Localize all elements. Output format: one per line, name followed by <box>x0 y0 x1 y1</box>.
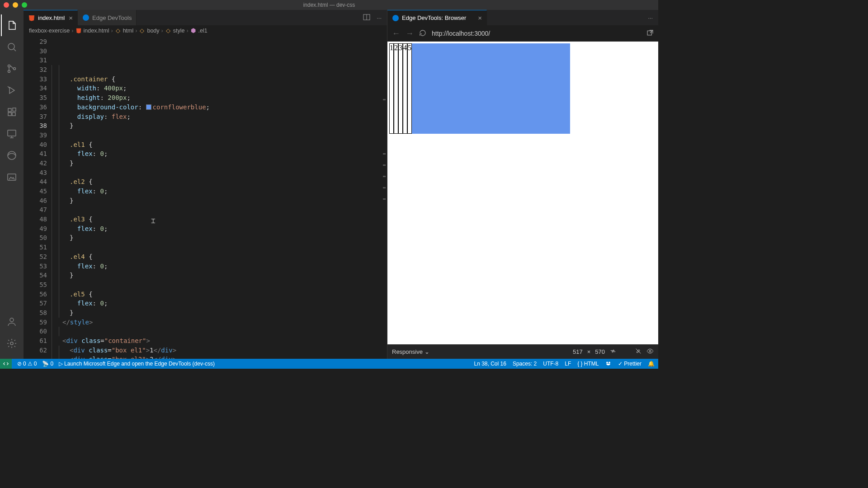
svg-point-18 <box>606 361 608 363</box>
breadcrumb-item[interactable]: body <box>147 28 159 34</box>
broadcast-icon: 📡 <box>42 361 49 367</box>
chevron-right-icon: › <box>111 28 113 34</box>
more-actions-icon[interactable]: ··· <box>377 14 382 21</box>
window-maximize-button[interactable] <box>22 2 27 8</box>
chevron-right-icon: › <box>161 28 163 34</box>
browser-toolbar: ← → http://localhost:3000/ <box>387 26 658 42</box>
warning-icon: ⚠ <box>28 361 33 367</box>
svg-point-19 <box>609 361 610 363</box>
prettier-status[interactable]: ✓ Prettier <box>618 361 642 367</box>
window-title: index.html — dev-css <box>303 2 355 8</box>
settings-gear-icon[interactable] <box>1 333 23 354</box>
notifications-icon[interactable]: 🔔 <box>648 361 655 367</box>
open-external-icon[interactable] <box>646 29 654 38</box>
breadcrumb-item[interactable]: html <box>123 28 134 34</box>
launch-task[interactable]: ▷ Launch Microsoft Edge and open the Edg… <box>59 361 215 367</box>
tab-close-icon[interactable]: × <box>478 14 482 22</box>
line-numbers: 2930313233343536373839404142434445464748… <box>24 36 52 359</box>
browser-viewport[interactable]: 1 2 3 4 5 <box>387 42 658 344</box>
tab-index-html[interactable]: index.html × <box>24 10 78 25</box>
browser-preview-panel: Edge DevTools: Browser × ··· ← → http://… <box>387 10 658 359</box>
search-icon[interactable] <box>1 36 23 58</box>
preview-flex-container: 1 2 3 4 5 <box>389 43 570 134</box>
svg-rect-10 <box>8 174 16 180</box>
breadcrumb-item[interactable]: index.html <box>84 28 109 34</box>
breadcrumb-item[interactable]: style <box>173 28 185 34</box>
viewport-width[interactable]: 517 <box>573 348 583 355</box>
image-preview-icon[interactable] <box>1 166 23 188</box>
svg-point-2 <box>8 70 10 73</box>
svg-point-9 <box>8 151 16 160</box>
source-control-icon[interactable] <box>1 58 23 80</box>
tab-label: index.html <box>38 14 65 21</box>
copilot-status-icon[interactable] <box>605 360 612 368</box>
window-titlebar: index.html — dev-css <box>0 0 658 10</box>
accounts-icon[interactable] <box>1 311 23 333</box>
reload-icon[interactable] <box>419 29 426 38</box>
chevron-right-icon: › <box>135 28 137 34</box>
svg-rect-5 <box>8 113 11 116</box>
debug-icon: ▷ <box>59 361 63 367</box>
tab-close-icon[interactable]: × <box>69 14 73 22</box>
svg-point-15 <box>392 15 399 21</box>
svg-point-0 <box>8 43 14 50</box>
eol-status[interactable]: LF <box>565 361 571 367</box>
symbol-tag-icon: ◇ <box>139 28 145 34</box>
svg-rect-4 <box>8 108 11 112</box>
symbol-tag-icon: ◇ <box>115 28 121 34</box>
language-status[interactable]: { }HTML <box>577 361 599 367</box>
run-debug-icon[interactable] <box>1 80 23 101</box>
code-editor[interactable]: 2930313233343536373839404142434445464748… <box>24 36 387 359</box>
ports-indicator[interactable]: 📡0 <box>42 361 53 367</box>
encoding-status[interactable]: UTF-8 <box>543 361 558 367</box>
symbol-tag-icon: ◇ <box>165 28 171 34</box>
html-file-icon <box>75 28 82 34</box>
device-selector[interactable]: Responsive ⌄ <box>392 348 429 355</box>
edge-icon <box>392 14 399 22</box>
remote-explorer-icon[interactable] <box>1 123 23 145</box>
html-file-icon <box>28 14 35 22</box>
more-actions-icon[interactable]: ··· <box>648 14 653 21</box>
cursor-position[interactable]: Ln 38, Col 16 <box>474 361 506 367</box>
breadcrumbs[interactable]: flexbox-exercise › index.html › ◇ html ›… <box>24 26 387 36</box>
edge-icon <box>82 14 90 21</box>
preview-box: 4 <box>403 43 407 134</box>
rotate-icon[interactable] <box>609 347 617 356</box>
url-bar[interactable]: http://localhost:3000/ <box>432 30 641 37</box>
svg-point-12 <box>10 342 13 345</box>
code-content[interactable]: ⌶ .container { width: 400px; height: 200… <box>52 36 387 359</box>
preview-box: 3 <box>398 43 403 134</box>
svg-point-1 <box>8 65 10 67</box>
breadcrumb-item[interactable]: .el1 <box>198 28 208 34</box>
svg-rect-7 <box>13 108 16 111</box>
preview-box: 5 <box>407 43 412 134</box>
explorer-icon[interactable] <box>1 14 23 36</box>
symbol-css-icon: ⬢ <box>190 28 197 34</box>
svg-point-11 <box>10 318 14 322</box>
edge-devtools-icon[interactable] <box>1 145 23 166</box>
nav-forward-icon[interactable]: → <box>406 29 414 38</box>
viewport-height[interactable]: 570 <box>595 348 605 355</box>
problems-indicator[interactable]: ⊘0 ⚠0 <box>17 361 37 367</box>
indentation-status[interactable]: Spaces: 2 <box>513 361 537 367</box>
chevron-right-icon: › <box>71 28 73 34</box>
preview-box: 2 <box>394 43 398 134</box>
screenshot-icon[interactable] <box>635 347 642 356</box>
window-minimize-button[interactable] <box>13 2 18 8</box>
svg-point-13 <box>83 14 89 21</box>
emulate-vision-icon[interactable] <box>646 347 654 356</box>
activity-bar <box>0 10 24 359</box>
split-editor-icon[interactable] <box>363 14 370 22</box>
breadcrumb-item[interactable]: flexbox-exercise <box>29 28 70 34</box>
nav-back-icon[interactable]: ← <box>392 29 400 38</box>
window-close-button[interactable] <box>4 2 9 8</box>
tab-edge-devtools[interactable]: Edge DevTools <box>78 10 137 25</box>
tab-browser-preview[interactable]: Edge DevTools: Browser × <box>387 10 487 25</box>
editor-group: index.html × Edge DevTools ··· flexbox-e… <box>24 10 387 359</box>
extensions-icon[interactable] <box>1 101 23 123</box>
status-bar: ⊘0 ⚠0 📡0 ▷ Launch Microsoft Edge and ope… <box>0 359 658 369</box>
preview-box: 1 <box>389 43 394 134</box>
minimap[interactable] <box>381 36 387 359</box>
device-label: Responsive <box>392 348 423 355</box>
remote-indicator[interactable] <box>0 359 12 369</box>
